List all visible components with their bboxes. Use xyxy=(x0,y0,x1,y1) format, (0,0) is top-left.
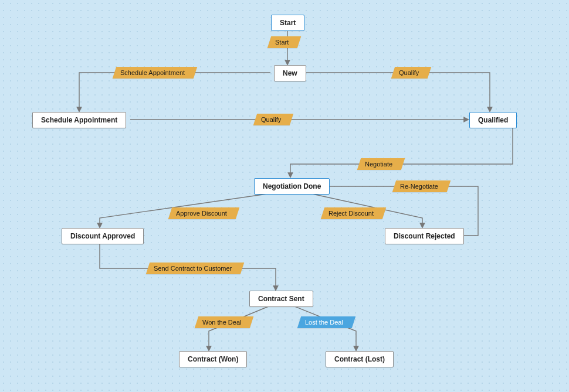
node-label: New xyxy=(283,69,297,77)
node-label: Start xyxy=(280,19,296,27)
edge-label: Qualify xyxy=(261,116,281,123)
edge-label: Start xyxy=(275,39,289,46)
node-label: Qualified xyxy=(478,116,508,124)
edge-label: Approve Discount xyxy=(176,210,227,217)
edge-label: Negotiate xyxy=(365,161,392,168)
node-discount-approved[interactable]: Discount Approved xyxy=(62,228,144,244)
node-discount-rejected[interactable]: Discount Rejected xyxy=(385,228,464,244)
edge-qualify-from-appointment[interactable]: Qualify xyxy=(253,114,294,125)
node-label: Negotiation Done xyxy=(263,182,321,190)
edge-qualify-from-new[interactable]: Qualify xyxy=(391,67,432,79)
edge-label: Qualify xyxy=(399,69,419,76)
node-label: Contract Sent xyxy=(258,295,304,303)
node-new[interactable]: New xyxy=(274,65,306,81)
node-label: Contract (Lost) xyxy=(334,355,385,363)
node-contract-sent[interactable]: Contract Sent xyxy=(249,291,313,307)
node-negotiation-done[interactable]: Negotiation Done xyxy=(254,178,330,195)
edge-label: Schedule Appointment xyxy=(120,69,185,76)
edge-start[interactable]: Start xyxy=(267,36,302,48)
edge-label: Reject Discount xyxy=(328,210,374,217)
node-contract-lost[interactable]: Contract (Lost) xyxy=(326,351,394,367)
node-qualified[interactable]: Qualified xyxy=(469,112,517,128)
edge-label: Lost the Deal xyxy=(305,319,343,326)
edge-re-negotiate[interactable]: Re-Negotiate xyxy=(392,180,451,192)
edge-lost-the-deal[interactable]: Lost the Deal xyxy=(297,316,355,328)
node-label: Discount Rejected xyxy=(394,232,455,240)
node-label: Discount Approved xyxy=(70,232,135,240)
node-start[interactable]: Start xyxy=(271,15,304,31)
node-label: Contract (Won) xyxy=(188,355,238,363)
edge-reject-discount[interactable]: Reject Discount xyxy=(321,207,387,219)
edge-won-the-deal[interactable]: Won the Deal xyxy=(195,316,254,328)
edge-approve-discount[interactable]: Approve Discount xyxy=(168,207,239,219)
flow-connectors xyxy=(0,0,569,392)
node-contract-won[interactable]: Contract (Won) xyxy=(179,351,247,367)
edge-label: Won the Deal xyxy=(202,319,241,326)
edge-send-contract[interactable]: Send Contract to Customer xyxy=(146,263,245,274)
edge-negotiate[interactable]: Negotiate xyxy=(357,158,405,170)
edge-schedule-appointment[interactable]: Schedule Appointment xyxy=(113,67,198,79)
node-label: Schedule Appointment xyxy=(41,116,117,124)
edge-label: Send Contract to Customer xyxy=(154,265,232,272)
edge-label: Re-Negotiate xyxy=(400,183,438,190)
node-schedule-appointment[interactable]: Schedule Appointment xyxy=(32,112,126,128)
